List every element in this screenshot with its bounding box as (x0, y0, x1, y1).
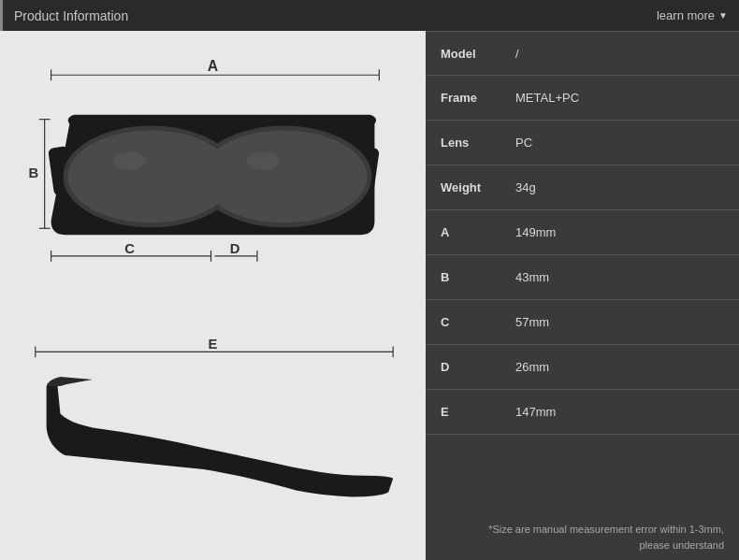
svg-text:B: B (28, 165, 38, 180)
spec-key: A (441, 225, 515, 239)
page-header: Product Information learn more ▼ (0, 0, 739, 31)
spec-val: 147mm (515, 405, 556, 419)
spec-row-a: A 149mm (426, 210, 739, 255)
spec-key: Frame (441, 91, 515, 105)
side-view-diagram: E (19, 291, 407, 551)
front-view-diagram: A B (19, 40, 407, 300)
spec-row-e: E 147mm (426, 390, 739, 435)
spec-key: C (441, 315, 515, 329)
spec-key: B (441, 270, 515, 284)
spec-key: Lens (441, 136, 515, 150)
page-title: Product Information (14, 8, 128, 23)
specs-table: Model / Frame METAL+PC Lens PC Weight 34… (426, 31, 739, 514)
svg-text:A: A (208, 58, 218, 74)
spec-row-b: B 43mm (426, 255, 739, 300)
specs-panel: Model / Frame METAL+PC Lens PC Weight 34… (426, 31, 739, 560)
learn-more-button[interactable]: learn more ▼ (657, 8, 728, 22)
spec-key: D (441, 360, 515, 374)
spec-val: 43mm (515, 270, 549, 284)
spec-row-model: Model / (426, 31, 739, 76)
spec-note: *Size are manual measurement error withi… (426, 514, 739, 560)
svg-point-16 (246, 151, 280, 170)
dropdown-arrow-icon: ▼ (718, 10, 728, 21)
learn-more-label: learn more (657, 8, 715, 22)
spec-row-c: C 57mm (426, 300, 739, 345)
spec-key: Model (441, 47, 515, 61)
spec-row-d: D 26mm (426, 345, 739, 390)
spec-row-lens: Lens PC (426, 121, 739, 165)
spec-row-frame: Frame METAL+PC (426, 76, 739, 121)
main-content: A B (0, 31, 739, 560)
svg-text:D: D (230, 241, 240, 256)
spec-row-weight: Weight 34g (426, 165, 739, 210)
spec-val: 149mm (515, 225, 556, 239)
svg-text:C: C (124, 241, 135, 256)
spec-key: Weight (441, 180, 515, 194)
spec-val: METAL+PC (515, 91, 579, 105)
svg-text:E: E (209, 337, 218, 352)
spec-val: 26mm (515, 360, 549, 374)
svg-point-14 (201, 131, 368, 223)
spec-val: 34g (515, 180, 536, 194)
svg-point-15 (113, 151, 147, 170)
spec-val: PC (515, 136, 532, 150)
spec-val: / (515, 47, 519, 61)
spec-val: 57mm (515, 315, 549, 329)
spec-key: E (441, 405, 515, 419)
diagram-panel: A B (0, 31, 426, 560)
